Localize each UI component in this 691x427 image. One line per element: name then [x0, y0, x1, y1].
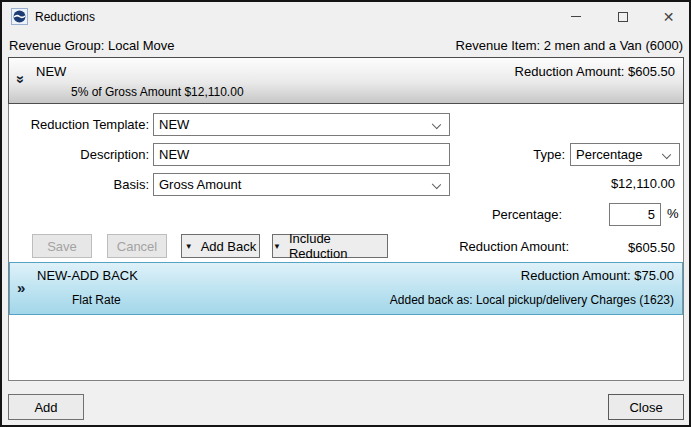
- reductions-dialog: Reductions ✕ Revenue Group: Local Move R…: [0, 0, 691, 427]
- close-icon: ✕: [663, 9, 675, 25]
- cancel-button-label: Cancel: [117, 239, 157, 254]
- title-bar: Reductions ✕: [2, 2, 689, 32]
- chevron-double-down-icon[interactable]: »: [14, 75, 29, 83]
- minimize-button[interactable]: [553, 2, 598, 31]
- include-reduction-button-label: Include Reduction: [289, 231, 387, 261]
- chevron-double-right-icon[interactable]: »: [17, 280, 25, 295]
- revenue-item-label: Revenue Item: 2 men and a Van (6000): [456, 38, 683, 53]
- type-select[interactable]: Percentage: [570, 143, 680, 166]
- add-back-button-label: Add Back: [201, 239, 257, 254]
- reductions-list: » NEW Reduction Amount: $605.50 5% of Gr…: [8, 57, 684, 381]
- reduction-name: NEW: [36, 64, 66, 79]
- percentage-label: Percentage:: [409, 203, 562, 226]
- description-input[interactable]: [153, 143, 450, 166]
- cancel-button[interactable]: Cancel: [107, 234, 167, 258]
- revenue-group-label: Revenue Group: Local Move: [9, 38, 174, 53]
- percentage-suffix: %: [667, 206, 679, 221]
- add-back-name: NEW-ADD BACK: [37, 268, 138, 283]
- basis-amount: $12,110.00: [611, 176, 675, 191]
- close-dialog-button[interactable]: Close: [608, 394, 684, 420]
- close-button[interactable]: ✕: [646, 2, 691, 31]
- include-reduction-menu-button[interactable]: ▼ Include Reduction: [272, 234, 388, 258]
- dropdown-triangle-icon: ▼: [273, 242, 281, 251]
- basis-value: Gross Amount: [159, 177, 241, 192]
- maximize-button[interactable]: [600, 2, 645, 31]
- save-button-label: Save: [47, 239, 77, 254]
- add-back-amount-text: Reduction Amount: $75.00: [521, 268, 674, 283]
- description-label: Description:: [9, 143, 149, 166]
- type-label: Type:: [499, 143, 565, 166]
- add-button-label: Add: [34, 400, 57, 415]
- save-button[interactable]: Save: [32, 234, 92, 258]
- basis-select[interactable]: Gross Amount: [153, 173, 450, 196]
- type-value: Percentage: [576, 147, 643, 162]
- window-title: Reductions: [35, 10, 95, 24]
- reduction-summary: 5% of Gross Amount $12,110.00: [71, 85, 244, 99]
- add-button[interactable]: Add: [8, 394, 84, 420]
- reduction-amount-value: $605.50: [628, 240, 675, 255]
- chevron-down-icon: [662, 150, 671, 159]
- percentage-input[interactable]: [609, 203, 661, 226]
- dropdown-triangle-icon: ▼: [185, 242, 193, 251]
- add-back-row[interactable]: » NEW-ADD BACK Reduction Amount: $75.00 …: [9, 262, 683, 315]
- reduction-template-label: Reduction Template:: [9, 113, 149, 136]
- basis-label: Basis:: [9, 173, 149, 196]
- minimize-icon: [571, 16, 581, 17]
- close-dialog-button-label: Close: [629, 400, 662, 415]
- maximize-icon: [618, 12, 628, 22]
- reduction-template-value: NEW: [159, 117, 189, 132]
- chevron-down-icon: [432, 180, 441, 189]
- add-back-type: Flat Rate: [72, 293, 121, 307]
- add-back-menu-button[interactable]: ▼ Add Back: [181, 234, 260, 258]
- chevron-down-icon: [432, 120, 441, 129]
- reduction-amount-label: Reduction Amount:: [439, 235, 569, 259]
- reduction-template-select[interactable]: NEW: [153, 113, 450, 136]
- reduction-amount-text: Reduction Amount: $605.50: [515, 64, 675, 79]
- add-back-target-text: Added back as: Local pickup/delivery Cha…: [390, 293, 674, 307]
- app-logo-icon: [11, 8, 28, 25]
- reduction-header-new[interactable]: » NEW Reduction Amount: $605.50 5% of Gr…: [8, 57, 684, 104]
